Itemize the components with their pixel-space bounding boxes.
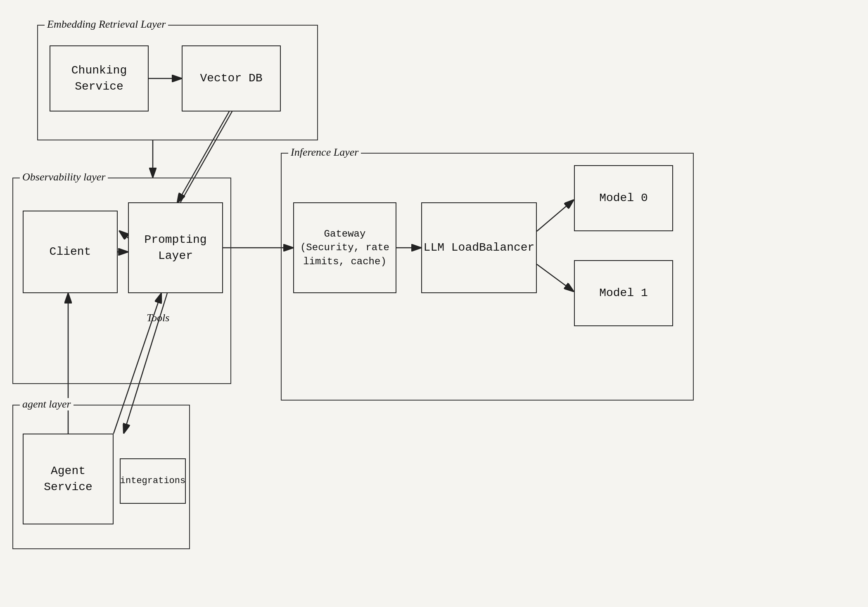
model-0-label: Model 0 <box>599 190 648 206</box>
integrations-label: integrations <box>120 475 185 488</box>
llm-loadbalancer-label: LLM LoadBalancer <box>424 239 535 256</box>
agent-layer-label: agent layer <box>20 398 74 410</box>
client-box: Client <box>23 211 118 293</box>
gateway-box: Gateway (Security, rate limits, cache) <box>293 202 396 293</box>
chunking-service-box: Chunking Service <box>50 45 149 111</box>
agent-service-box: Agent Service <box>23 434 114 524</box>
model-1-box: Model 1 <box>574 260 673 326</box>
vector-db-label: Vector DB <box>200 70 262 86</box>
model-1-label: Model 1 <box>599 285 648 301</box>
chunking-service-label: Chunking Service <box>50 62 148 95</box>
tools-label: Tools <box>147 312 169 324</box>
gateway-label: Gateway (Security, rate limits, cache) <box>300 227 389 269</box>
prompting-layer-label: Prompting Layer <box>129 232 222 264</box>
embedding-layer-label: Embedding Retrieval Layer <box>45 18 168 31</box>
agent-service-label: Agent Service <box>24 463 113 495</box>
prompting-layer-box: Prompting Layer <box>128 202 223 293</box>
llm-loadbalancer-box: LLM LoadBalancer <box>421 202 537 293</box>
integrations-box: integrations <box>120 458 186 504</box>
vector-db-box: Vector DB <box>182 45 281 111</box>
model-0-box: Model 0 <box>574 165 673 231</box>
observability-layer-label: Observability layer <box>20 171 108 183</box>
diagram-container: Embedding Retrieval Layer Chunking Servi… <box>0 0 868 607</box>
client-label: Client <box>50 244 91 260</box>
inference-layer-label: Inference Layer <box>288 146 361 159</box>
